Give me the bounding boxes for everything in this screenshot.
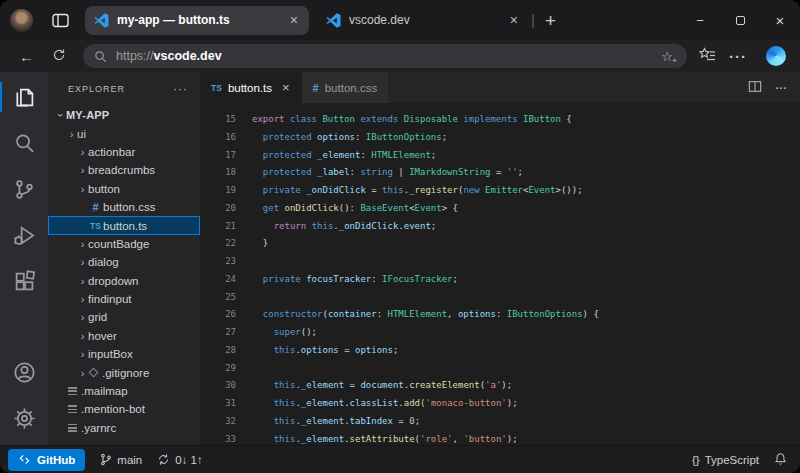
line-number: 27 [200, 324, 236, 342]
code-line[interactable]: 30 this._element = document.createElemen… [200, 377, 800, 395]
css-file-icon: # [313, 82, 319, 94]
code-line[interactable]: 32 this._element.tabIndex = 0; [200, 413, 800, 431]
tab-actions-icon[interactable] [48, 8, 72, 32]
tree-item-label: .gitignore [102, 367, 149, 379]
code-text: this._element.setAttribute('role', 'butt… [252, 431, 518, 446]
tree-item-label: .yarnrc [81, 422, 116, 434]
tree-item-button-css[interactable]: #button.css [48, 198, 200, 216]
browser-menu-icon[interactable]: ··· [720, 49, 756, 64]
code-line[interactable]: 21 return this._onDidClick.event; [200, 218, 800, 236]
code-line[interactable]: 28 this.options = options; [200, 342, 800, 360]
tree-item-dialog[interactable]: ›dialog [48, 253, 200, 271]
tree-item-hover[interactable]: ›hover [48, 327, 200, 345]
back-button[interactable]: ← [10, 49, 43, 64]
code-line[interactable]: 27 super(); [200, 324, 800, 342]
close-window-button[interactable]: × [760, 0, 800, 40]
tree-item-findinput[interactable]: ›findinput [48, 290, 200, 308]
tree-item-ui[interactable]: ›ui [48, 124, 200, 142]
tree-item-mailmap[interactable]: .mailmap [48, 382, 200, 400]
code-line[interactable]: 25 [200, 289, 800, 307]
split-editor-icon[interactable] [748, 80, 762, 95]
tree-item-inputbox[interactable]: ›inputBox [48, 345, 200, 363]
add-favorite-icon[interactable]: ☆+ [658, 49, 676, 64]
branch-indicator[interactable]: main [100, 453, 142, 466]
explorer-more-icon[interactable]: ··· [173, 82, 188, 96]
tree-item-dropdown[interactable]: ›dropdown [48, 272, 200, 290]
git-file-icon [89, 368, 99, 378]
code-text: this.options = options; [252, 342, 398, 360]
address-bar[interactable]: https://vscode.dev ☆+ [83, 44, 687, 68]
editor-tab-button-css[interactable]: # button.css [301, 72, 389, 103]
code-line[interactable]: 18 protected _label: string | IMarkdownS… [200, 164, 800, 182]
code-line[interactable]: 19 private _onDidClick = this._register(… [200, 182, 800, 200]
tree-item-label: ui [77, 128, 86, 140]
tree-item-my-app[interactable]: ›MY-APP [48, 106, 200, 124]
tree-item-breadcrumbs[interactable]: ›breadcrumbs [48, 161, 200, 179]
reload-button[interactable] [43, 48, 75, 64]
extensions-icon[interactable] [0, 258, 48, 304]
language-indicator[interactable]: {} TypeScript [692, 454, 759, 466]
tree-item-button-ts[interactable]: TSbutton.ts [48, 216, 200, 234]
tree-item-grid[interactable]: ›grid [48, 308, 200, 326]
copilot-icon[interactable] [766, 46, 786, 66]
code-line[interactable]: 31 this._element.classList.add('monaco-b… [200, 395, 800, 413]
chevron-right-icon: › [77, 293, 88, 305]
code-line[interactable]: 33 this._element.setAttribute('role', 'b… [200, 431, 800, 446]
remote-label: GitHub [37, 454, 75, 466]
tree-item-label: dropdown [88, 275, 139, 287]
tree-item-label: dialog [88, 256, 119, 268]
notifications-bell-icon[interactable] [774, 452, 787, 468]
source-control-icon[interactable] [0, 166, 48, 212]
tab-title: my-app — button.ts [117, 13, 230, 27]
remote-indicator[interactable]: GitHub [8, 449, 85, 471]
profile-avatar[interactable] [10, 9, 33, 32]
tree-item-label: MY-APP [66, 109, 109, 121]
new-tab-button[interactable]: + [539, 11, 562, 30]
browser-tab-active[interactable]: my-app — button.ts × [85, 6, 309, 35]
editor-tab-button-ts[interactable]: TS button.ts × [200, 72, 301, 103]
tree-item-label: countBadge [88, 238, 149, 250]
editor-tab-bar: TS button.ts × # button.css ··· [200, 72, 800, 103]
code-line[interactable]: 20 get onDidClick(): BaseEvent<Event> { [200, 200, 800, 218]
code-line[interactable]: 15export class Button extends Disposable… [200, 111, 800, 129]
editor-more-icon[interactable]: ··· [776, 82, 788, 94]
branch-label: main [117, 454, 142, 466]
editor-actions: ··· [748, 72, 800, 103]
code-line[interactable]: 23 [200, 253, 800, 271]
line-number: 30 [200, 377, 236, 395]
code-line[interactable]: 24 private focusTracker: IFocusTracker; [200, 271, 800, 289]
sync-indicator[interactable]: 0↓ 1↑ [157, 453, 203, 466]
chevron-right-icon: › [77, 348, 88, 360]
code-line[interactable]: 29 [200, 360, 800, 378]
close-tab-icon[interactable]: × [282, 80, 290, 95]
run-debug-icon[interactable] [0, 212, 48, 258]
line-number: 26 [200, 306, 236, 324]
line-number: 33 [200, 431, 236, 446]
code-editor[interactable]: 15export class Button extends Disposable… [200, 103, 800, 445]
tree-item-button[interactable]: ›button [48, 180, 200, 198]
tree-item-yarnrc[interactable]: .yarnrc [48, 419, 200, 437]
code-line[interactable]: 26 constructor(container: HTMLElement, o… [200, 306, 800, 324]
code-line[interactable]: 22 } [200, 235, 800, 253]
explorer-icon[interactable] [0, 74, 48, 120]
chevron-right-icon: › [77, 164, 88, 176]
maximize-button[interactable] [720, 0, 760, 40]
editor-tab-label: button.css [325, 82, 377, 94]
tab-close-icon[interactable]: × [508, 13, 520, 27]
settings-gear-icon[interactable] [0, 395, 48, 441]
account-icon[interactable] [0, 349, 48, 395]
code-line[interactable]: 16 protected options: IButtonOptions; [200, 129, 800, 147]
line-number: 19 [200, 182, 236, 200]
search-icon[interactable] [0, 120, 48, 166]
tree-item-actionbar[interactable]: ›actionbar [48, 143, 200, 161]
code-line[interactable]: 17 protected _element: HTMLElement; [200, 147, 800, 165]
tree-item-gitignore[interactable]: ›.gitignore [48, 363, 200, 381]
tab-close-icon[interactable]: × [288, 13, 300, 27]
vscode-workbench: EXPLORER ··· ›MY-APP›ui›actionbar›breadc… [0, 72, 800, 445]
tree-item-countbadge[interactable]: ›countBadge [48, 235, 200, 253]
line-number: 28 [200, 342, 236, 360]
tree-item-mention-bot[interactable]: .mention-bot [48, 400, 200, 418]
favorites-icon[interactable] [699, 47, 716, 66]
minimize-button[interactable]: − [680, 0, 720, 40]
browser-tab-inactive[interactable]: vscode.dev × [317, 6, 529, 35]
